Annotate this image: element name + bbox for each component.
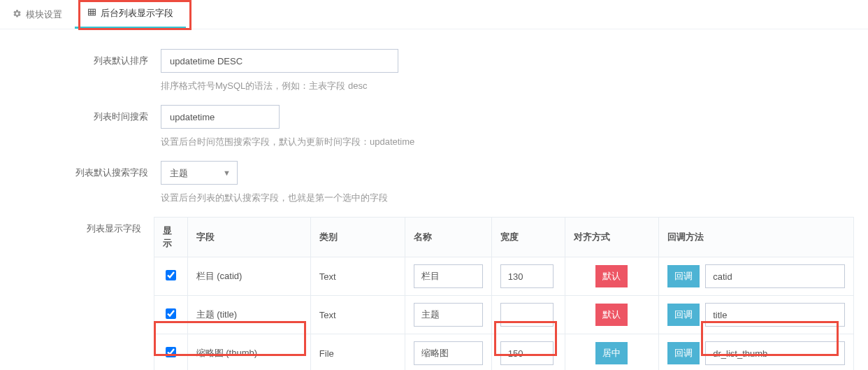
input-time-search[interactable]	[161, 105, 280, 129]
table-row: 缩略图 (thumb)File居中回调	[154, 334, 854, 371]
help-default-search: 设置后台列表的默认搜索字段，也就是第一个选中的字段	[161, 192, 854, 204]
label-default-search: 列表默认搜索字段	[14, 161, 161, 179]
align-button[interactable]: 默认	[595, 304, 628, 326]
tab-list-fields[interactable]: 后台列表显示字段	[75, 0, 186, 29]
fields-table: 显示 字段 类别 名称 宽度 对齐方式 回调方法 栏目 (catid)Text默…	[154, 217, 854, 370]
input-name[interactable]	[414, 303, 483, 327]
tab-module-settings[interactable]: 模块设置	[0, 0, 75, 29]
th-width: 宽度	[491, 218, 565, 257]
input-width[interactable]	[500, 341, 554, 365]
cell-field: 栏目 (catid)	[187, 257, 310, 296]
input-width[interactable]	[500, 264, 554, 288]
input-default-sort[interactable]	[161, 49, 398, 73]
callback-button[interactable]: 回调	[667, 342, 700, 364]
label-display-fields: 列表显示字段	[14, 217, 154, 235]
cell-type: Text	[310, 257, 405, 296]
table-row: 栏目 (catid)Text默认回调	[154, 257, 854, 296]
th-type: 类别	[310, 218, 405, 257]
svg-rect-0	[89, 9, 96, 15]
cell-type: File	[310, 334, 405, 371]
row-default-sort: 列表默认排序 排序格式符号MySQL的语法，例如：主表字段 desc	[14, 49, 854, 92]
checkbox-show[interactable]	[166, 308, 176, 319]
table-row: 主题 (title)Text默认回调	[154, 296, 854, 334]
align-button[interactable]: 居中	[595, 342, 628, 364]
callback-button[interactable]: 回调	[667, 304, 700, 326]
row-time-search: 列表时间搜索 设置后台时间范围搜索字段，默认为更新时间字段：updatetime	[14, 105, 854, 148]
input-name[interactable]	[414, 264, 483, 288]
label-default-sort: 列表默认排序	[14, 49, 161, 67]
tabs: 模块设置 后台列表显示字段	[0, 0, 868, 29]
gear-icon	[13, 9, 22, 20]
input-callback[interactable]	[705, 264, 845, 288]
th-name: 名称	[405, 218, 491, 257]
row-display-fields: 列表显示字段 显示 字段 类别 名称 宽度 对齐方式 回调方法	[14, 217, 854, 370]
input-name[interactable]	[414, 341, 483, 365]
input-callback[interactable]	[705, 303, 845, 327]
callback-button[interactable]: 回调	[667, 265, 700, 287]
checkbox-show[interactable]	[166, 347, 176, 357]
cell-type: Text	[310, 296, 405, 334]
th-show: 显示	[154, 218, 188, 257]
tab-label: 模块设置	[26, 8, 62, 21]
row-default-search: 列表默认搜索字段 主题 ▼ 设置后台列表的默认搜索字段，也就是第一个选中的字段	[14, 161, 854, 204]
input-callback[interactable]	[705, 341, 845, 365]
checkbox-show[interactable]	[166, 270, 176, 280]
cell-field: 缩略图 (thumb)	[187, 334, 310, 371]
help-default-sort: 排序格式符号MySQL的语法，例如：主表字段 desc	[161, 80, 854, 92]
align-button[interactable]: 默认	[595, 265, 628, 287]
select-default-search[interactable]: 主题	[161, 161, 238, 185]
cell-field: 主题 (title)	[187, 296, 310, 334]
th-callback: 回调方法	[659, 218, 854, 257]
label-time-search: 列表时间搜索	[14, 105, 161, 123]
th-field: 字段	[187, 218, 310, 257]
table-icon	[87, 8, 96, 19]
th-align: 对齐方式	[565, 218, 659, 257]
input-width[interactable]	[500, 303, 554, 327]
help-time-search: 设置后台时间范围搜索字段，默认为更新时间字段：updatetime	[161, 136, 854, 148]
tab-label: 后台列表显示字段	[101, 7, 173, 20]
